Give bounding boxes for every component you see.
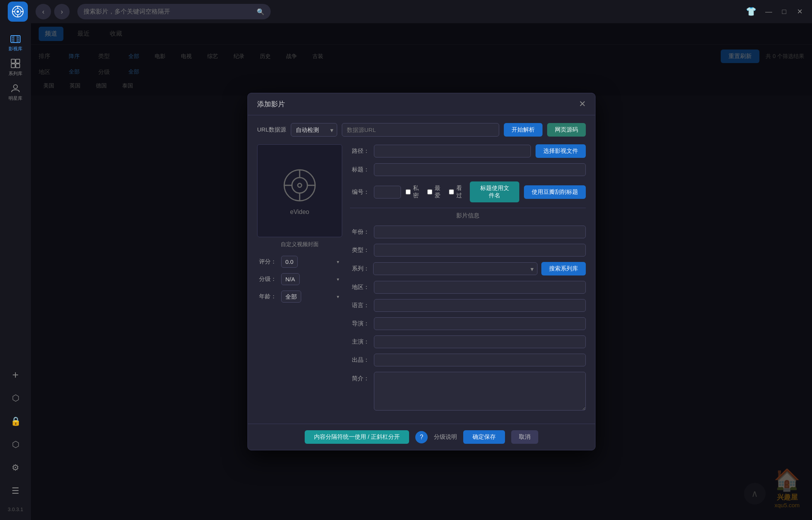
- search-series-button[interactable]: 搜索系列库: [541, 262, 586, 275]
- actors-input[interactable]: [374, 335, 586, 348]
- producer-label: 出品：: [350, 356, 369, 364]
- cube-icon[interactable]: ⬡: [8, 437, 23, 452]
- modal-footer: 内容分隔符统一使用 / 正斜杠分开 ? 分级说明 确定保存 取消: [248, 424, 595, 450]
- shirt-icon: 👕: [746, 7, 756, 17]
- synopsis-label: 简介：: [350, 375, 369, 382]
- separator-hint-button[interactable]: 内容分隔符统一使用 / 正斜杠分开: [305, 430, 409, 444]
- use-filename-button[interactable]: 标题使用文件名: [470, 181, 519, 202]
- actors-row: 主演：: [350, 335, 586, 348]
- director-input[interactable]: [374, 317, 586, 330]
- age-select[interactable]: 全部: [281, 291, 301, 303]
- use-douban-button[interactable]: 使用豆瓣刮削标题: [524, 185, 586, 199]
- search-input[interactable]: [84, 8, 253, 15]
- producer-row: 出品：: [350, 354, 586, 366]
- minimize-button[interactable]: —: [764, 7, 773, 16]
- title-bar-right: 👕 — □ ✕: [746, 7, 804, 17]
- sidebar-item-series-library[interactable]: 系列库: [4, 56, 27, 79]
- grade-select-wrap: N/A: [281, 273, 342, 285]
- sidebar-label-star: 明星库: [9, 95, 22, 102]
- age-label: 年龄：: [257, 293, 276, 300]
- sidebar-item-movie-library[interactable]: 影视库: [4, 31, 27, 54]
- cancel-button[interactable]: 取消: [511, 430, 538, 444]
- region-row: 地区：: [350, 281, 586, 294]
- director-label: 导演：: [350, 320, 369, 327]
- app-window: ‹ › 🔍 👕 — □ ✕: [0, 0, 812, 520]
- svg-point-23: [298, 183, 302, 187]
- close-button[interactable]: ✕: [795, 7, 804, 16]
- favorite-checkbox[interactable]: 最爱: [427, 185, 444, 199]
- region-input[interactable]: [374, 281, 586, 294]
- encoding-input[interactable]: 2: [374, 186, 401, 198]
- confirm-save-button[interactable]: 确定保存: [463, 430, 505, 444]
- search-icon: 🔍: [257, 8, 264, 15]
- parse-button[interactable]: 开始解析: [504, 123, 542, 137]
- actors-label: 主演：: [350, 338, 369, 346]
- menu-icon[interactable]: ☰: [8, 483, 23, 499]
- grade-label: 分级：: [257, 275, 276, 283]
- sidebar-item-star-library[interactable]: 明星库: [4, 80, 27, 104]
- encoding-row: 编号： 2 私密 最: [350, 181, 586, 202]
- grade-row: 分级： N/A: [257, 273, 342, 285]
- modal-overlay: 添加影片 ✕ URL数据源 自动检测 手动输入: [31, 23, 812, 520]
- add-button[interactable]: +: [8, 367, 23, 383]
- svg-rect-19: [16, 64, 20, 68]
- form-layout: eVideo 自定义视频封面 评分： 0.0: [257, 144, 586, 416]
- svg-point-22: [292, 178, 307, 193]
- select-file-button[interactable]: 选择影视文件: [536, 144, 586, 158]
- app-logo: [8, 2, 28, 22]
- lock-icon[interactable]: 🔒: [8, 414, 23, 429]
- forward-button[interactable]: ›: [54, 4, 70, 19]
- language-row: 语言：: [350, 299, 586, 312]
- path-row: 路径： 选择影视文件: [350, 144, 586, 158]
- modal-body: URL数据源 自动检测 手动输入 开始解析 网页源码: [248, 115, 595, 424]
- rating-label: 评分：: [257, 258, 276, 265]
- synopsis-textarea[interactable]: [374, 372, 586, 411]
- language-input[interactable]: [374, 299, 586, 312]
- source-button[interactable]: 网页源码: [547, 123, 586, 137]
- type-input[interactable]: [374, 244, 586, 257]
- back-button[interactable]: ‹: [36, 4, 51, 19]
- year-input[interactable]: [374, 226, 586, 238]
- series-label: 系列：: [350, 265, 369, 272]
- svg-point-8: [12, 36, 14, 38]
- type-row: 类型：: [350, 244, 586, 257]
- svg-point-11: [18, 36, 19, 38]
- settings-icon[interactable]: ⚙: [8, 460, 23, 476]
- watched-checkbox[interactable]: 看过: [449, 185, 465, 199]
- svg-rect-18: [11, 64, 15, 68]
- title-bar: ‹ › 🔍 👕 — □ ✕: [0, 0, 812, 23]
- left-panel: eVideo 自定义视频封面 评分： 0.0: [257, 144, 342, 416]
- svg-point-20: [14, 85, 17, 89]
- grade-info-button[interactable]: 分级说明: [434, 433, 457, 441]
- svg-point-2: [17, 10, 19, 13]
- grade-select[interactable]: N/A: [281, 273, 300, 285]
- url-source-select[interactable]: 自动检测 手动输入: [291, 123, 337, 137]
- title-input[interactable]: [374, 163, 586, 176]
- rating-select[interactable]: 0.0: [281, 256, 298, 268]
- path-label: 路径：: [350, 147, 369, 155]
- title-label: 标题：: [350, 166, 369, 173]
- info-divider: 影片信息: [350, 208, 586, 219]
- box-icon[interactable]: ⬡: [8, 390, 23, 406]
- modal-header: 添加影片 ✕: [248, 93, 595, 115]
- private-checkbox[interactable]: 私密: [406, 185, 422, 199]
- age-row: 年龄： 全部: [257, 291, 342, 303]
- video-cover[interactable]: eVideo: [257, 144, 342, 237]
- path-input[interactable]: [374, 145, 531, 157]
- series-select[interactable]: [373, 262, 537, 275]
- url-source-select-wrapper: 自动检测 手动输入: [291, 123, 337, 137]
- producer-input[interactable]: [374, 354, 586, 366]
- url-input[interactable]: [342, 123, 499, 137]
- title-row: 标题：: [350, 163, 586, 176]
- url-row: URL数据源 自动检测 手动输入 开始解析 网页源码: [257, 123, 586, 137]
- svg-point-13: [18, 40, 19, 41]
- help-button[interactable]: ?: [415, 431, 428, 443]
- maximize-button[interactable]: □: [780, 7, 789, 16]
- modal-close-button[interactable]: ✕: [579, 100, 586, 108]
- series-row: 系列： 搜索系列库: [350, 262, 586, 275]
- sidebar-label-series: 系列库: [9, 70, 22, 77]
- type-label: 类型：: [350, 246, 369, 254]
- region-label: 地区：: [350, 284, 369, 291]
- svg-point-12: [18, 38, 19, 39]
- sidebar-nav-sections: 影视库 系列库 明星库: [4, 31, 27, 104]
